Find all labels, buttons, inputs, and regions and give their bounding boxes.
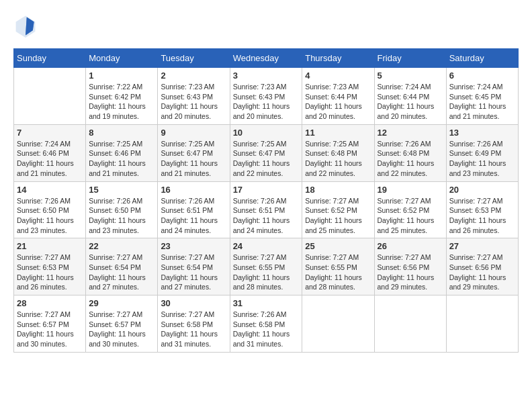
day-number: 26 xyxy=(378,241,443,251)
header-sunday: Sunday xyxy=(14,49,86,68)
header-saturday: Saturday xyxy=(446,49,518,68)
day-number: 11 xyxy=(305,128,371,138)
day-info: Sunrise: 7:25 AM Sunset: 6:46 PM Dayligh… xyxy=(89,139,154,179)
day-number: 28 xyxy=(17,298,83,308)
calendar-cell: 7 Sunrise: 7:24 AM Sunset: 6:46 PM Dayli… xyxy=(14,124,86,181)
day-info: Sunrise: 7:23 AM Sunset: 6:44 PM Dayligh… xyxy=(305,82,371,122)
calendar-cell xyxy=(302,295,374,353)
calendar-cell: 6 Sunrise: 7:24 AM Sunset: 6:45 PM Dayli… xyxy=(446,68,518,125)
day-info: Sunrise: 7:27 AM Sunset: 6:55 PM Dayligh… xyxy=(305,253,371,292)
calendar-cell: 24 Sunrise: 7:27 AM Sunset: 6:55 PM Dayl… xyxy=(230,238,302,295)
calendar-cell: 27 Sunrise: 7:27 AM Sunset: 6:56 PM Dayl… xyxy=(446,238,518,295)
header-friday: Friday xyxy=(374,49,446,68)
calendar-cell: 1 Sunrise: 7:22 AM Sunset: 6:42 PM Dayli… xyxy=(86,68,158,125)
calendar-cell: 15 Sunrise: 7:26 AM Sunset: 6:50 PM Dayl… xyxy=(86,181,158,238)
day-info: Sunrise: 7:27 AM Sunset: 6:58 PM Dayligh… xyxy=(161,310,226,349)
calendar-cell: 14 Sunrise: 7:26 AM Sunset: 6:50 PM Dayl… xyxy=(14,181,86,238)
calendar-cell: 4 Sunrise: 7:23 AM Sunset: 6:44 PM Dayli… xyxy=(302,68,374,125)
day-info: Sunrise: 7:27 AM Sunset: 6:56 PM Dayligh… xyxy=(449,253,515,292)
day-number: 3 xyxy=(233,71,300,81)
day-number: 2 xyxy=(161,71,226,81)
day-info: Sunrise: 7:25 AM Sunset: 6:47 PM Dayligh… xyxy=(161,139,226,179)
day-info: Sunrise: 7:26 AM Sunset: 6:50 PM Dayligh… xyxy=(89,196,154,236)
calendar-cell: 9 Sunrise: 7:25 AM Sunset: 6:47 PM Dayli… xyxy=(158,124,230,181)
day-number: 24 xyxy=(233,241,300,251)
day-info: Sunrise: 7:24 AM Sunset: 6:44 PM Dayligh… xyxy=(378,82,443,122)
day-info: Sunrise: 7:22 AM Sunset: 6:42 PM Dayligh… xyxy=(89,82,154,122)
calendar-cell: 31 Sunrise: 7:26 AM Sunset: 6:58 PM Dayl… xyxy=(230,295,302,353)
logo-icon xyxy=(13,13,38,38)
day-info: Sunrise: 7:27 AM Sunset: 6:55 PM Dayligh… xyxy=(233,253,300,292)
calendar-cell: 12 Sunrise: 7:26 AM Sunset: 6:48 PM Dayl… xyxy=(374,124,446,181)
day-info: Sunrise: 7:26 AM Sunset: 6:48 PM Dayligh… xyxy=(378,139,443,179)
week-row-1: 7 Sunrise: 7:24 AM Sunset: 6:46 PM Dayli… xyxy=(14,124,519,181)
day-number: 17 xyxy=(233,185,300,195)
header-wednesday: Wednesday xyxy=(230,49,302,68)
day-number: 12 xyxy=(378,128,443,138)
calendar-cell: 30 Sunrise: 7:27 AM Sunset: 6:58 PM Dayl… xyxy=(158,295,230,353)
day-info: Sunrise: 7:23 AM Sunset: 6:43 PM Dayligh… xyxy=(161,82,226,122)
day-info: Sunrise: 7:23 AM Sunset: 6:43 PM Dayligh… xyxy=(233,82,300,122)
day-number: 7 xyxy=(17,128,83,138)
calendar-cell: 29 Sunrise: 7:27 AM Sunset: 6:57 PM Dayl… xyxy=(86,295,158,353)
calendar-cell xyxy=(446,295,518,353)
calendar-cell: 28 Sunrise: 7:27 AM Sunset: 6:57 PM Dayl… xyxy=(14,295,86,353)
calendar-cell: 19 Sunrise: 7:27 AM Sunset: 6:52 PM Dayl… xyxy=(374,181,446,238)
day-number: 8 xyxy=(89,128,154,138)
day-info: Sunrise: 7:26 AM Sunset: 6:49 PM Dayligh… xyxy=(449,139,515,179)
day-number: 13 xyxy=(449,128,515,138)
day-number: 21 xyxy=(17,241,83,251)
day-number: 30 xyxy=(161,298,226,308)
day-number: 14 xyxy=(17,185,83,195)
calendar-cell: 10 Sunrise: 7:25 AM Sunset: 6:47 PM Dayl… xyxy=(230,124,302,181)
header-tuesday: Tuesday xyxy=(158,49,230,68)
calendar-cell: 18 Sunrise: 7:27 AM Sunset: 6:52 PM Dayl… xyxy=(302,181,374,238)
calendar-cell: 3 Sunrise: 7:23 AM Sunset: 6:43 PM Dayli… xyxy=(230,68,302,125)
calendar-header-row: SundayMondayTuesdayWednesdayThursdayFrid… xyxy=(14,49,519,68)
day-number: 10 xyxy=(233,128,300,138)
calendar-cell: 25 Sunrise: 7:27 AM Sunset: 6:55 PM Dayl… xyxy=(302,238,374,295)
calendar-cell: 13 Sunrise: 7:26 AM Sunset: 6:49 PM Dayl… xyxy=(446,124,518,181)
day-info: Sunrise: 7:27 AM Sunset: 6:57 PM Dayligh… xyxy=(17,310,83,349)
calendar-cell: 8 Sunrise: 7:25 AM Sunset: 6:46 PM Dayli… xyxy=(86,124,158,181)
page-header xyxy=(13,13,519,38)
day-info: Sunrise: 7:27 AM Sunset: 6:57 PM Dayligh… xyxy=(89,310,154,349)
calendar-cell: 20 Sunrise: 7:27 AM Sunset: 6:53 PM Dayl… xyxy=(446,181,518,238)
calendar-cell: 2 Sunrise: 7:23 AM Sunset: 6:43 PM Dayli… xyxy=(158,68,230,125)
day-info: Sunrise: 7:27 AM Sunset: 6:52 PM Dayligh… xyxy=(305,196,371,236)
day-number: 15 xyxy=(89,185,154,195)
day-info: Sunrise: 7:27 AM Sunset: 6:53 PM Dayligh… xyxy=(449,196,515,236)
day-info: Sunrise: 7:26 AM Sunset: 6:51 PM Dayligh… xyxy=(233,196,300,236)
logo xyxy=(13,13,40,38)
calendar-cell: 23 Sunrise: 7:27 AM Sunset: 6:54 PM Dayl… xyxy=(158,238,230,295)
day-info: Sunrise: 7:25 AM Sunset: 6:48 PM Dayligh… xyxy=(305,139,371,179)
header-monday: Monday xyxy=(86,49,158,68)
day-number: 29 xyxy=(89,298,154,308)
day-info: Sunrise: 7:25 AM Sunset: 6:47 PM Dayligh… xyxy=(233,139,300,179)
day-number: 4 xyxy=(305,71,371,81)
day-number: 18 xyxy=(305,185,371,195)
day-info: Sunrise: 7:27 AM Sunset: 6:54 PM Dayligh… xyxy=(89,253,154,292)
day-info: Sunrise: 7:24 AM Sunset: 6:46 PM Dayligh… xyxy=(17,139,83,179)
header-thursday: Thursday xyxy=(302,49,374,68)
day-info: Sunrise: 7:26 AM Sunset: 6:58 PM Dayligh… xyxy=(233,310,300,349)
day-number: 31 xyxy=(233,298,300,308)
day-info: Sunrise: 7:26 AM Sunset: 6:51 PM Dayligh… xyxy=(161,196,226,236)
day-number: 22 xyxy=(89,241,154,251)
day-number: 27 xyxy=(449,241,515,251)
day-number: 20 xyxy=(449,185,515,195)
day-number: 16 xyxy=(161,185,226,195)
day-info: Sunrise: 7:27 AM Sunset: 6:52 PM Dayligh… xyxy=(378,196,443,236)
day-info: Sunrise: 7:26 AM Sunset: 6:50 PM Dayligh… xyxy=(17,196,83,236)
day-number: 5 xyxy=(378,71,443,81)
day-info: Sunrise: 7:27 AM Sunset: 6:56 PM Dayligh… xyxy=(378,253,443,292)
calendar-cell: 22 Sunrise: 7:27 AM Sunset: 6:54 PM Dayl… xyxy=(86,238,158,295)
calendar-cell xyxy=(14,68,86,125)
day-number: 19 xyxy=(378,185,443,195)
day-number: 9 xyxy=(161,128,226,138)
week-row-3: 21 Sunrise: 7:27 AM Sunset: 6:53 PM Dayl… xyxy=(14,238,519,295)
calendar-table: SundayMondayTuesdayWednesdayThursdayFrid… xyxy=(13,48,519,353)
calendar-cell: 21 Sunrise: 7:27 AM Sunset: 6:53 PM Dayl… xyxy=(14,238,86,295)
day-info: Sunrise: 7:27 AM Sunset: 6:54 PM Dayligh… xyxy=(161,253,226,292)
calendar-cell: 5 Sunrise: 7:24 AM Sunset: 6:44 PM Dayli… xyxy=(374,68,446,125)
